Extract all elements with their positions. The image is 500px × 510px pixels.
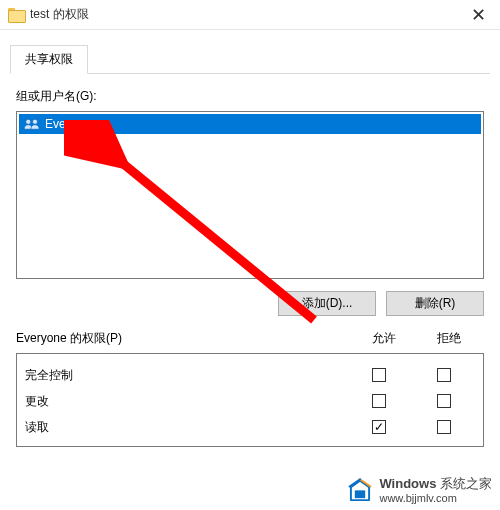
tab-strip: 共享权限 xyxy=(0,44,500,74)
groups-label: 组或用户名(G): xyxy=(16,88,484,105)
users-icon xyxy=(23,117,41,131)
add-button-label: 添加(D)... xyxy=(302,295,353,312)
svg-point-1 xyxy=(32,119,37,124)
checkbox-deny-change[interactable] xyxy=(437,394,451,408)
permission-name: 读取 xyxy=(25,419,349,436)
users-listbox[interactable]: Everyone xyxy=(16,111,484,279)
deny-cell xyxy=(409,420,479,434)
permissions-box: 完全控制 更改 读取 xyxy=(16,353,484,447)
list-item[interactable]: Everyone xyxy=(19,114,481,134)
dialog-content: 组或用户名(G): Everyone 添加(D)... 删除(R) Everyo… xyxy=(0,74,500,447)
window-title: test 的权限 xyxy=(30,6,465,23)
watermark-brand: Windows Windows 系统之家系统之家 xyxy=(379,476,492,492)
permission-row: 完全控制 xyxy=(25,362,479,388)
watermark-url: www.bjjmlv.com xyxy=(379,492,492,506)
permissions-header: Everyone 的权限(P) 允许 拒绝 xyxy=(16,330,484,347)
allow-cell xyxy=(349,420,409,434)
permissions-title: Everyone 的权限(P) xyxy=(16,330,354,347)
permission-name: 更改 xyxy=(25,393,349,410)
permission-name: 完全控制 xyxy=(25,367,349,384)
tab-share-permissions[interactable]: 共享权限 xyxy=(10,45,88,74)
watermark-logo-icon xyxy=(347,478,373,504)
column-allow: 允许 xyxy=(354,330,414,347)
checkbox-allow-change[interactable] xyxy=(372,394,386,408)
remove-button-label: 删除(R) xyxy=(415,295,456,312)
deny-cell xyxy=(409,394,479,408)
remove-button[interactable]: 删除(R) xyxy=(386,291,484,316)
svg-rect-3 xyxy=(355,490,365,498)
add-button[interactable]: 添加(D)... xyxy=(278,291,376,316)
close-icon[interactable]: ✕ xyxy=(465,6,492,24)
folder-icon xyxy=(8,8,24,21)
checkbox-allow-read[interactable] xyxy=(372,420,386,434)
watermark-text: Windows Windows 系统之家系统之家 www.bjjmlv.com xyxy=(379,476,492,506)
checkbox-deny-read[interactable] xyxy=(437,420,451,434)
permission-row: 读取 xyxy=(25,414,479,440)
checkbox-deny-full[interactable] xyxy=(437,368,451,382)
deny-cell xyxy=(409,368,479,382)
list-item-label: Everyone xyxy=(45,117,96,131)
svg-point-0 xyxy=(26,119,31,124)
checkbox-allow-full[interactable] xyxy=(372,368,386,382)
button-row: 添加(D)... 删除(R) xyxy=(16,291,484,316)
column-deny: 拒绝 xyxy=(414,330,484,347)
title-bar: test 的权限 ✕ xyxy=(0,0,500,30)
allow-cell xyxy=(349,394,409,408)
tab-label: 共享权限 xyxy=(25,52,73,66)
watermark: Windows Windows 系统之家系统之家 www.bjjmlv.com xyxy=(347,476,492,506)
permission-row: 更改 xyxy=(25,388,479,414)
allow-cell xyxy=(349,368,409,382)
